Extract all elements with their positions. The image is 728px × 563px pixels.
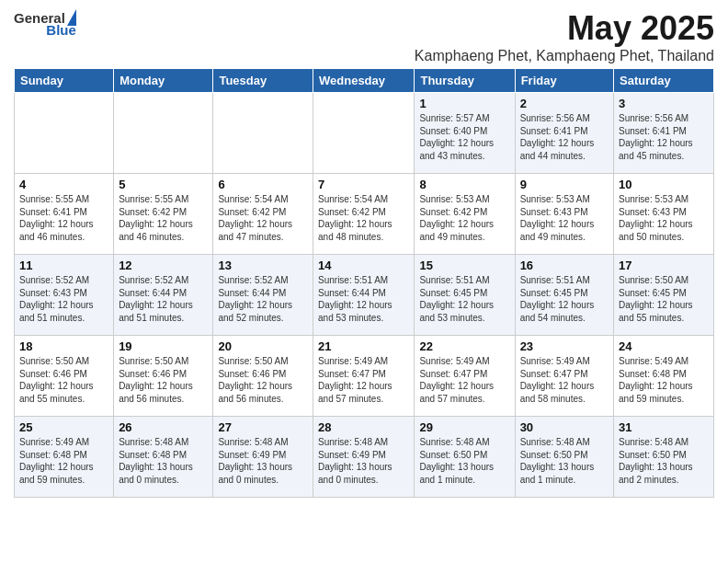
day-number: 8 (419, 178, 509, 191)
day-content: Sunrise: 5:50 AM Sunset: 6:45 PM Dayligh… (619, 274, 709, 324)
title-area: May 2025 Kamphaeng Phet, Kamphaeng Phet,… (415, 9, 714, 64)
day-content: Sunrise: 5:48 AM Sunset: 6:49 PM Dayligh… (218, 436, 308, 486)
calendar-cell: 25Sunrise: 5:49 AM Sunset: 6:48 PM Dayli… (15, 417, 114, 498)
day-content: Sunrise: 5:55 AM Sunset: 6:41 PM Dayligh… (19, 193, 108, 243)
calendar-cell: 3Sunrise: 5:56 AM Sunset: 6:41 PM Daylig… (614, 93, 714, 174)
day-content: Sunrise: 5:54 AM Sunset: 6:42 PM Dayligh… (318, 193, 409, 243)
day-number: 23 (520, 339, 609, 353)
day-content: Sunrise: 5:49 AM Sunset: 6:48 PM Dayligh… (619, 355, 709, 405)
day-content: Sunrise: 5:52 AM Sunset: 6:43 PM Dayligh… (19, 274, 108, 324)
calendar-cell (213, 93, 313, 174)
day-content: Sunrise: 5:48 AM Sunset: 6:49 PM Dayligh… (318, 436, 409, 486)
calendar-col-header: Saturday (614, 69, 714, 93)
calendar: SundayMondayTuesdayWednesdayThursdayFrid… (14, 68, 714, 498)
calendar-cell: 17Sunrise: 5:50 AM Sunset: 6:45 PM Dayli… (614, 255, 714, 336)
day-number: 14 (318, 259, 409, 272)
calendar-cell (15, 93, 114, 174)
day-content: Sunrise: 5:49 AM Sunset: 6:48 PM Dayligh… (19, 436, 108, 486)
day-content: Sunrise: 5:52 AM Sunset: 6:44 PM Dayligh… (218, 274, 308, 324)
day-content: Sunrise: 5:53 AM Sunset: 6:43 PM Dayligh… (520, 193, 609, 243)
calendar-col-header: Wednesday (313, 69, 415, 93)
day-number: 20 (218, 339, 308, 353)
calendar-cell (114, 93, 213, 174)
day-number: 6 (218, 178, 308, 191)
calendar-cell: 1Sunrise: 5:57 AM Sunset: 6:40 PM Daylig… (415, 93, 515, 174)
day-number: 24 (619, 339, 709, 353)
day-number: 9 (520, 178, 609, 191)
logo-blue: Blue (46, 22, 76, 38)
day-content: Sunrise: 5:50 AM Sunset: 6:46 PM Dayligh… (19, 355, 108, 405)
calendar-week-row: 25Sunrise: 5:49 AM Sunset: 6:48 PM Dayli… (15, 417, 714, 498)
calendar-cell: 19Sunrise: 5:50 AM Sunset: 6:46 PM Dayli… (114, 336, 213, 417)
day-content: Sunrise: 5:48 AM Sunset: 6:50 PM Dayligh… (619, 436, 709, 486)
day-content: Sunrise: 5:48 AM Sunset: 6:50 PM Dayligh… (520, 436, 609, 486)
day-number: 19 (119, 339, 208, 353)
day-number: 18 (19, 339, 108, 353)
calendar-cell: 12Sunrise: 5:52 AM Sunset: 6:44 PM Dayli… (114, 255, 213, 336)
day-content: Sunrise: 5:49 AM Sunset: 6:47 PM Dayligh… (318, 355, 409, 405)
calendar-cell: 11Sunrise: 5:52 AM Sunset: 6:43 PM Dayli… (15, 255, 114, 336)
day-content: Sunrise: 5:50 AM Sunset: 6:46 PM Dayligh… (218, 355, 308, 405)
calendar-cell: 9Sunrise: 5:53 AM Sunset: 6:43 PM Daylig… (515, 174, 613, 255)
calendar-cell: 22Sunrise: 5:49 AM Sunset: 6:47 PM Dayli… (415, 336, 515, 417)
day-number: 29 (419, 420, 509, 434)
calendar-cell: 26Sunrise: 5:48 AM Sunset: 6:48 PM Dayli… (114, 417, 213, 498)
day-content: Sunrise: 5:56 AM Sunset: 6:41 PM Dayligh… (520, 112, 609, 162)
calendar-week-row: 1Sunrise: 5:57 AM Sunset: 6:40 PM Daylig… (15, 93, 714, 174)
calendar-cell: 30Sunrise: 5:48 AM Sunset: 6:50 PM Dayli… (515, 417, 613, 498)
calendar-cell: 5Sunrise: 5:55 AM Sunset: 6:42 PM Daylig… (114, 174, 213, 255)
day-content: Sunrise: 5:52 AM Sunset: 6:44 PM Dayligh… (119, 274, 208, 324)
calendar-cell: 27Sunrise: 5:48 AM Sunset: 6:49 PM Dayli… (213, 417, 313, 498)
day-content: Sunrise: 5:51 AM Sunset: 6:45 PM Dayligh… (419, 274, 509, 324)
day-number: 30 (520, 420, 609, 434)
calendar-cell (313, 93, 415, 174)
header: General Blue May 2025 Kamphaeng Phet, Ka… (14, 9, 714, 64)
calendar-cell: 14Sunrise: 5:51 AM Sunset: 6:44 PM Dayli… (313, 255, 415, 336)
day-number: 4 (19, 178, 108, 191)
day-number: 21 (318, 339, 409, 353)
calendar-col-header: Sunday (15, 69, 114, 93)
calendar-cell: 10Sunrise: 5:53 AM Sunset: 6:43 PM Dayli… (614, 174, 714, 255)
day-number: 7 (318, 178, 409, 191)
calendar-cell: 21Sunrise: 5:49 AM Sunset: 6:47 PM Dayli… (313, 336, 415, 417)
day-number: 31 (619, 420, 709, 434)
day-number: 12 (119, 259, 208, 272)
day-number: 26 (119, 420, 208, 434)
day-content: Sunrise: 5:48 AM Sunset: 6:50 PM Dayligh… (419, 436, 509, 486)
day-number: 2 (520, 97, 609, 110)
day-content: Sunrise: 5:48 AM Sunset: 6:48 PM Dayligh… (119, 436, 208, 486)
calendar-col-header: Tuesday (213, 69, 313, 93)
day-content: Sunrise: 5:53 AM Sunset: 6:42 PM Dayligh… (419, 193, 509, 243)
day-number: 28 (318, 420, 409, 434)
day-number: 22 (419, 339, 509, 353)
day-content: Sunrise: 5:51 AM Sunset: 6:45 PM Dayligh… (520, 274, 609, 324)
calendar-header-row: SundayMondayTuesdayWednesdayThursdayFrid… (15, 69, 714, 93)
calendar-cell: 20Sunrise: 5:50 AM Sunset: 6:46 PM Dayli… (213, 336, 313, 417)
calendar-cell: 6Sunrise: 5:54 AM Sunset: 6:42 PM Daylig… (213, 174, 313, 255)
calendar-week-row: 11Sunrise: 5:52 AM Sunset: 6:43 PM Dayli… (15, 255, 714, 336)
calendar-cell: 15Sunrise: 5:51 AM Sunset: 6:45 PM Dayli… (415, 255, 515, 336)
calendar-cell: 8Sunrise: 5:53 AM Sunset: 6:42 PM Daylig… (415, 174, 515, 255)
calendar-cell: 31Sunrise: 5:48 AM Sunset: 6:50 PM Dayli… (614, 417, 714, 498)
day-number: 5 (119, 178, 208, 191)
day-number: 15 (419, 259, 509, 272)
calendar-cell: 18Sunrise: 5:50 AM Sunset: 6:46 PM Dayli… (15, 336, 114, 417)
day-number: 10 (619, 178, 709, 191)
calendar-cell: 7Sunrise: 5:54 AM Sunset: 6:42 PM Daylig… (313, 174, 415, 255)
day-number: 27 (218, 420, 308, 434)
day-content: Sunrise: 5:55 AM Sunset: 6:42 PM Dayligh… (119, 193, 208, 243)
calendar-col-header: Thursday (415, 69, 515, 93)
day-number: 16 (520, 259, 609, 272)
logo: General Blue (14, 9, 76, 38)
day-content: Sunrise: 5:54 AM Sunset: 6:42 PM Dayligh… (218, 193, 308, 243)
day-number: 25 (19, 420, 108, 434)
calendar-cell: 28Sunrise: 5:48 AM Sunset: 6:49 PM Dayli… (313, 417, 415, 498)
calendar-cell: 24Sunrise: 5:49 AM Sunset: 6:48 PM Dayli… (614, 336, 714, 417)
day-content: Sunrise: 5:50 AM Sunset: 6:46 PM Dayligh… (119, 355, 208, 405)
calendar-cell: 16Sunrise: 5:51 AM Sunset: 6:45 PM Dayli… (515, 255, 613, 336)
day-number: 11 (19, 259, 108, 272)
calendar-cell: 2Sunrise: 5:56 AM Sunset: 6:41 PM Daylig… (515, 93, 613, 174)
calendar-cell: 13Sunrise: 5:52 AM Sunset: 6:44 PM Dayli… (213, 255, 313, 336)
location-title: Kamphaeng Phet, Kamphaeng Phet, Thailand (415, 48, 714, 64)
calendar-cell: 4Sunrise: 5:55 AM Sunset: 6:41 PM Daylig… (15, 174, 114, 255)
